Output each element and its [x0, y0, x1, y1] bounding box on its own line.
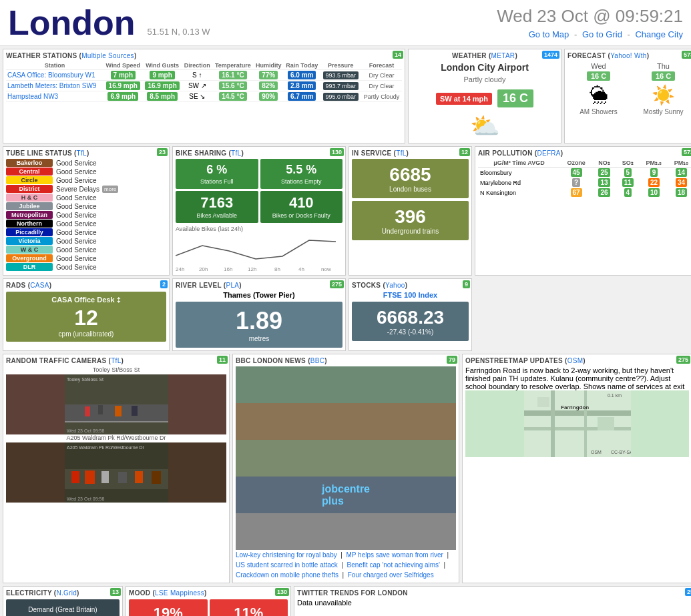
- ws-wind-gusts: 16.9 mph: [143, 81, 182, 91]
- air-pm25: 22: [640, 178, 668, 188]
- stocks-name: FTSE 100 Index: [352, 291, 469, 299]
- tube-badge: Northern: [6, 220, 53, 228]
- news-img-5: [236, 513, 456, 550]
- air-ozone: 45: [560, 168, 592, 178]
- svg-text:24h: 24h: [176, 266, 184, 272]
- air-pm25: 10: [640, 188, 668, 198]
- svg-rect-14: [85, 406, 90, 416]
- stations-empty-label: Stations Empty: [263, 178, 340, 185]
- traffic-badge: 11: [217, 356, 228, 364]
- svg-text:12h: 12h: [248, 266, 256, 272]
- river-panel: 275 River Level (PLA) Thames (Tower Pier…: [172, 278, 346, 351]
- svg-rect-22: [71, 471, 79, 483]
- tube-badge: H & C: [6, 194, 53, 202]
- twitter-badge: 25: [685, 588, 691, 596]
- bike-stats: 6 % Stations Full 5.5 % Stations Empty 7…: [176, 159, 342, 223]
- air-col-pm10: PM₁₀: [668, 159, 691, 168]
- air-location: Marylebone Rd: [478, 178, 560, 188]
- osm-badge: 275: [676, 356, 690, 364]
- ws-badge: 14: [393, 51, 403, 59]
- air-pm10: 18: [668, 188, 691, 198]
- osm-title: OpenStreetMap Updates (OSM): [465, 357, 689, 364]
- cam-2-image: Wed 23 Oct 09:58 A205 Waldram Pk Rd/West…: [6, 442, 226, 503]
- river-badge: 275: [330, 280, 344, 288]
- news-story-0[interactable]: Low-key christening for royal baby: [236, 551, 337, 559]
- stocks-num: 6668.23: [357, 307, 463, 328]
- air-no2: 13: [592, 178, 616, 188]
- bikes-available-label: Bikes Available: [178, 212, 256, 219]
- svg-text:Farringdon: Farringdon: [561, 404, 589, 410]
- ws-table: Station Wind Speed Wind Gusts Direction …: [6, 61, 402, 102]
- tube-status: Good Service: [56, 229, 97, 236]
- tube-status: Good Service: [56, 177, 97, 184]
- ws-humidity: 82%: [254, 81, 284, 91]
- tube-badge-count: 23: [157, 148, 168, 156]
- traffic-cameras: Tooley St/Boss St Wed 23 Oct 09:58: [6, 366, 226, 503]
- news-story-3[interactable]: Benefit cap 'not achieving aims': [347, 561, 440, 569]
- air-pm25: 9: [640, 168, 668, 178]
- bike-badge: 130: [330, 148, 344, 156]
- svg-rect-25: [118, 472, 127, 483]
- rads-location: CASA Office Desk ‡: [10, 296, 162, 304]
- svg-rect-15: [98, 405, 103, 414]
- ws-row: Hampstead NW3 6.9 mph 8.5 mph SE ↘ 14.5 …: [6, 91, 402, 102]
- rads-num: 12: [10, 306, 162, 330]
- tube-badge: Metropolitan: [6, 211, 53, 219]
- air-ozone: ?: [560, 178, 592, 188]
- tube-more-btn[interactable]: more: [102, 186, 118, 193]
- news-story-4[interactable]: Crackdown on mobile phone thefts: [236, 571, 338, 579]
- news-text: Low-key christening for royal baby | MP …: [236, 550, 456, 580]
- tube-line-overground: Overground Good Service: [6, 254, 166, 262]
- day-condition: AM Showers: [567, 108, 630, 115]
- air-no2: 26: [592, 188, 616, 198]
- metar-temp: 16 C: [497, 89, 533, 107]
- ws-forecast: Dry Clear: [361, 70, 402, 81]
- bike-title: Bike Sharing (TfL): [176, 149, 342, 157]
- tube-status: Severe Delays: [56, 186, 99, 193]
- tube-status: Good Service: [56, 168, 97, 176]
- inservice-badge: 12: [459, 148, 470, 156]
- cam-2-svg: Wed 23 Oct 09:58 A205 Waldram Pk Rd/West…: [65, 442, 168, 503]
- air-so2: 11: [616, 178, 640, 188]
- svg-text:20h: 20h: [199, 266, 208, 272]
- mood-pct: 19%: [132, 605, 205, 616]
- tube-line-w-&-c: W & C Good Service: [6, 246, 166, 254]
- forecast-day-1: Thu 16 C ☀️ Mostly Sunny: [632, 62, 691, 115]
- air-so2: 5: [616, 168, 640, 178]
- svg-rect-31: [524, 410, 631, 416]
- ws-direction: S ↑: [182, 70, 213, 81]
- stations-full-pct: 6 %: [178, 163, 256, 177]
- svg-text:8h: 8h: [274, 266, 280, 272]
- air-title: Air Pollution (DEFRA): [478, 149, 691, 157]
- datetime: Wed 23 Oct @ 09:59:21: [497, 6, 683, 27]
- osm-panel: 275 OpenStreetMap Updates (OSM) Farringd…: [462, 354, 691, 583]
- svg-rect-23: [85, 471, 95, 484]
- news-img-4: jobcentreplus: [236, 477, 456, 513]
- bike-chart-label: Available Bikes (last 24h): [176, 226, 342, 232]
- tube-line-jubilee: Jubilee Good Service: [6, 202, 166, 210]
- news-story-2[interactable]: US student scarred in bottle attack: [236, 561, 338, 569]
- air-row: Bloomsbury 45 25 5 9 14: [478, 168, 691, 178]
- stations-full-label: Stations Full: [178, 178, 256, 185]
- change-city-link[interactable]: Change City: [635, 29, 683, 39]
- tube-line-northern: Northern Good Service: [6, 220, 166, 228]
- traffic-panel: 11 Random Traffic Cameras (TfL) Tooley S…: [3, 354, 230, 583]
- airpollution-panel: 573 Air Pollution (DEFRA) μG/M³ Time AVG…: [475, 146, 691, 276]
- go-to-grid-link[interactable]: Go to Grid: [582, 29, 622, 39]
- ws-temp: 16.1 °C: [212, 70, 253, 81]
- river-num: 1.89: [181, 307, 337, 335]
- cam-1-image: Wed 23 Oct 09:58 Tooley St/Boss St: [6, 374, 226, 434]
- cam-1: Tooley St/Boss St Wed 23 Oct 09:58: [6, 366, 226, 434]
- metar-badge: 1474: [542, 51, 559, 59]
- go-to-map-link[interactable]: Go to Map: [529, 29, 569, 39]
- rads-badge: 2: [160, 280, 168, 288]
- metar-wind: SW at 14 mph: [436, 93, 492, 105]
- ws-rain: 2.8 mm: [284, 81, 320, 91]
- ws-col-temp: Temperature: [212, 61, 253, 70]
- bikes-available-num: 7163: [178, 195, 256, 211]
- bike-chart: Available Bikes (last 24h) 7250 7000 675…: [176, 226, 342, 272]
- rads-unit: cpm (uncalibrated): [10, 330, 162, 338]
- news-story-5[interactable]: Four charged over Selfridges: [348, 571, 434, 579]
- news-story-1[interactable]: MP helps save woman from river: [346, 551, 443, 559]
- elec-inner: Demand (Great Britain) 31358 MW: [6, 599, 120, 616]
